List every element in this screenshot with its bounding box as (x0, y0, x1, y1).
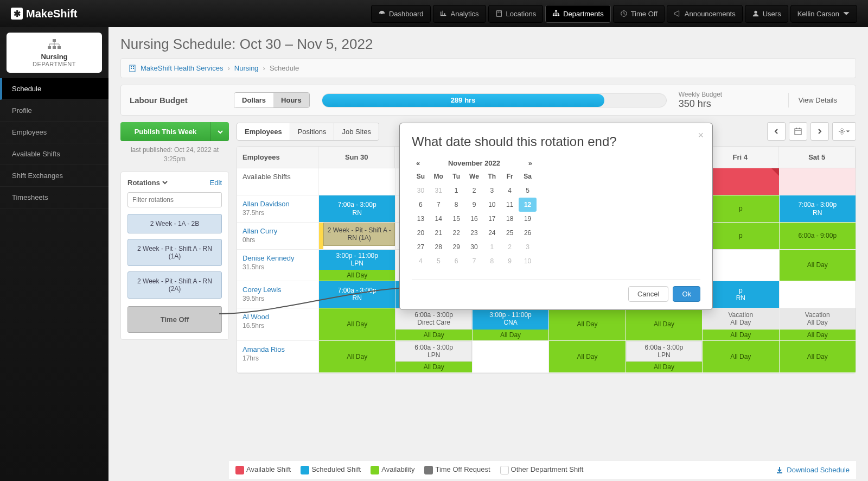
sidebar-item-schedule[interactable]: Schedule (0, 78, 108, 100)
schedule-cell[interactable]: p (702, 223, 778, 249)
shift[interactable]: VacationAll Day (703, 308, 778, 330)
shift[interactable]: 6:00a - 3:00pLPN (395, 341, 471, 362)
schedule-cell[interactable]: VacationAll DayAll Day (779, 308, 856, 340)
publish-dropdown[interactable] (210, 122, 229, 141)
department-chip[interactable]: Nursing DEPARTMENT (7, 33, 102, 73)
schedule-cell[interactable] (472, 168, 548, 195)
schedule-cell[interactable] (626, 168, 702, 195)
schedule-cell[interactable] (472, 223, 548, 249)
schedule-cell[interactable] (395, 250, 471, 281)
schedule-cell[interactable] (548, 281, 625, 308)
schedule-cell[interactable]: VacationAll DayAll Day (702, 308, 778, 340)
schedule-cell[interactable]: 6:00a - 3:00pLPNAll Day (626, 341, 702, 373)
shift[interactable]: 7:00a - 3:00pRN (780, 195, 856, 222)
schedule-cell[interactable]: 6:00a - 3:00pLPNAll Day (395, 341, 471, 373)
schedule-cell[interactable]: 2 Week - Pit - Shift A - RN (1A) (318, 223, 395, 249)
employee-link[interactable]: Allan Curry (242, 227, 277, 235)
shift[interactable]: All Day (319, 341, 395, 373)
download-schedule-link[interactable]: Download Schedule (776, 466, 850, 474)
shift[interactable]: p (703, 195, 778, 222)
employee-link[interactable]: Corey Lewis (242, 286, 282, 294)
crumb-dept[interactable]: Nursing (234, 64, 259, 72)
rotations-edit[interactable]: Edit (210, 179, 222, 187)
shift[interactable]: 3:00p - 11:00pLPN (319, 250, 395, 270)
shift[interactable]: RN (473, 281, 548, 308)
topnav-dashboard[interactable]: Dashboard (371, 5, 431, 23)
schedule-cell[interactable]: 7:00a - 3:00pRN (318, 195, 395, 222)
schedule-cell[interactable]: pRN (702, 281, 778, 308)
employee-link[interactable]: Amanda Rios (242, 345, 285, 353)
tab-employees[interactable]: Employees (237, 123, 290, 140)
shift[interactable]: CNA (395, 281, 471, 308)
schedule-cell[interactable] (702, 250, 778, 281)
shift[interactable]: pRN (703, 281, 778, 308)
schedule-cell[interactable]: CNA (395, 281, 471, 308)
tab-job-sites[interactable]: Job Sites (334, 123, 378, 140)
schedule-cell[interactable] (626, 223, 702, 249)
schedule-cell[interactable] (395, 195, 471, 222)
schedule-cell[interactable] (779, 168, 856, 195)
schedule-cell[interactable]: p (702, 168, 778, 195)
shift[interactable]: 3:00p - 11:00pCNA (473, 308, 548, 330)
shift[interactable]: 7:00a - 3:00pRN (319, 281, 395, 308)
seg-dollars[interactable]: Dollars (234, 93, 273, 107)
shift[interactable]: VacationAll Day (780, 308, 856, 330)
topnav-time-off[interactable]: Time Off (613, 5, 665, 23)
schedule-cell[interactable]: All Day (318, 341, 395, 373)
topnav-kellin-carson[interactable]: Kellin Carson (790, 5, 857, 23)
sidebar-item-employees[interactable]: Employees (0, 122, 108, 143)
view-details-button[interactable]: View Details (788, 93, 847, 107)
sidebar-item-shift-exchanges[interactable]: Shift Exchanges (0, 165, 108, 187)
shift[interactable]: All Day (549, 341, 625, 373)
available-shift[interactable]: p (703, 168, 778, 195)
schedule-cell[interactable]: All Day (548, 308, 625, 340)
shift[interactable]: p (703, 223, 778, 249)
schedule-cell[interactable] (779, 281, 856, 308)
topnav-locations[interactable]: Locations (488, 5, 544, 23)
shift[interactable]: All Day (319, 308, 395, 340)
sidebar-item-timesheets[interactable]: Timesheets (0, 187, 108, 208)
shift[interactable] (549, 281, 625, 308)
crumb-org[interactable]: MakeShift Health Services (141, 64, 223, 72)
topnav-announcements[interactable]: Announcements (667, 5, 743, 23)
employee-link[interactable]: Al Wood (242, 313, 269, 321)
shift[interactable]: All Day (780, 250, 856, 281)
topnav-users[interactable]: Users (745, 5, 788, 23)
timeoff-card[interactable]: Time Off (127, 306, 222, 333)
schedule-cell[interactable] (626, 195, 702, 222)
schedule-cell[interactable]: All Day (779, 250, 856, 281)
shift[interactable]: All Day (703, 341, 778, 373)
shift[interactable]: All Day (780, 341, 856, 373)
sidebar-item-profile[interactable]: Profile (0, 100, 108, 122)
schedule-cell[interactable] (395, 223, 471, 249)
topnav-departments[interactable]: Departments (545, 5, 610, 23)
schedule-cell[interactable]: All Day (702, 341, 778, 373)
schedule-cell[interactable]: RN (626, 281, 702, 308)
rotation-filter-input[interactable] (127, 192, 222, 207)
schedule-cell[interactable] (472, 195, 548, 222)
schedule-cell[interactable] (548, 195, 625, 222)
schedule-cell[interactable] (472, 341, 548, 373)
shift[interactable]: All Day (549, 308, 625, 340)
schedule-cell[interactable] (548, 168, 625, 195)
prev-week-button[interactable] (767, 122, 786, 141)
shift[interactable]: 6:00a - 3:00pDirect Care (395, 308, 471, 330)
settings-button[interactable] (832, 122, 856, 141)
shift[interactable]: 7:00a - 3:00pRN (319, 195, 395, 222)
schedule-cell[interactable]: 7:00a - 3:00pRN (318, 281, 395, 308)
rotation-card[interactable]: 2 Week - Pit - Shift A - RN (1A) (127, 239, 222, 266)
sidebar-item-available-shifts[interactable]: Available Shifts (0, 143, 108, 165)
schedule-cell[interactable] (548, 250, 625, 281)
schedule-cell[interactable]: All Day (318, 308, 395, 340)
shift[interactable]: 6:00a - 3:00pLPN (626, 341, 702, 362)
shift[interactable]: 6:00a - 9:00p (780, 223, 856, 249)
publish-button[interactable]: Publish This Week (120, 122, 210, 141)
schedule-cell[interactable] (318, 168, 395, 195)
dragged-rotation[interactable]: 2 Week - Pit - Shift A - RN (1A) (323, 223, 395, 246)
schedule-cell[interactable] (548, 223, 625, 249)
schedule-cell[interactable]: 7:00a - 3:00pRN (779, 195, 856, 222)
next-week-button[interactable] (810, 122, 829, 141)
schedule-cell[interactable]: 3:00p - 11:00pLPNAll Day (318, 250, 395, 281)
employee-link[interactable]: Allan Davidson (242, 200, 290, 208)
schedule-cell[interactable]: 3:00p - 11:00pCNAAll Day (472, 308, 548, 340)
